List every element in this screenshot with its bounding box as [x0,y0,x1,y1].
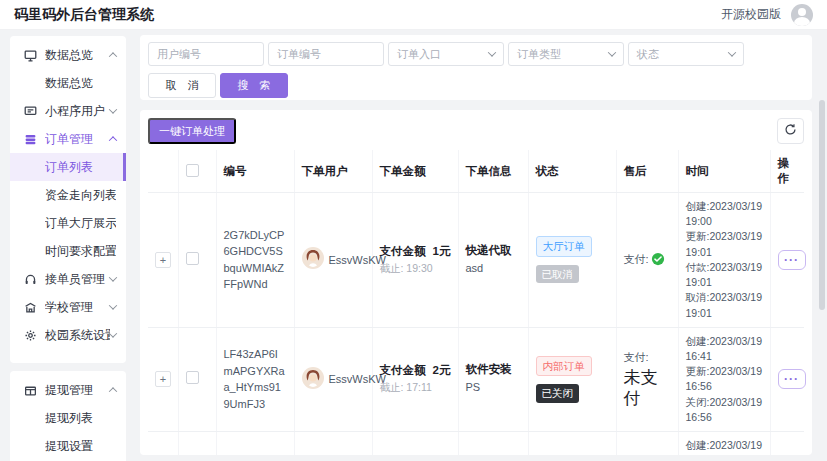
sidebar-item-fund-flow-list[interactable]: 资金走向列表 [10,181,126,209]
refresh-icon [784,123,797,139]
sidebar-item-school-management[interactable]: 学校管理 [10,293,126,321]
sidebar-item-withdraw-management[interactable]: 提现管理 [10,376,126,404]
amount-label: 支付金额 [380,363,426,378]
col-header-info: 下单信息 [458,150,528,193]
chevron-down-icon [109,329,117,337]
sidebar-item-label: 订单列表 [45,159,116,176]
sidebar-item-data-overview[interactable]: 数据总览 [10,41,126,69]
time-line: 创建:2023/03/19 16:41 [686,334,763,364]
user-id-input[interactable] [148,42,264,66]
sidebar-item-label: 学校管理 [45,299,110,316]
sidebar-item-label: 资金走向列表 [45,187,116,204]
table-row: + 2G7kDLyCP6GHDCV5SbquWMIAkZFFpWNd EssvW… [148,193,804,328]
order-id: ZjWyDHRDaJDeshQL8K0_zQoIUKK6SAGG [224,451,287,455]
chevron-down-icon [488,48,496,56]
order-id-input[interactable] [268,42,384,66]
order-info-title: 快递代取 [466,243,521,258]
sidebar-item-campus-system-settings[interactable]: 校园系统设置 [10,321,126,349]
orders-stack-icon [23,132,37,146]
time-line: 创建:2023/03/19 19:00 [686,199,763,229]
more-actions-button[interactable]: ··· [778,369,806,389]
batch-process-button[interactable]: 一键订单处理 [148,118,236,144]
after-sale-label: 支付: [624,252,649,267]
page-scrollbar-thumb[interactable] [819,100,825,310]
col-header-status: 状态 [528,150,616,193]
status-tag-internal-order: 内部订单 [536,356,592,377]
agent-headset-icon [23,272,37,286]
sidebar-item-withdraw-settings[interactable]: 提现设置 [10,432,126,460]
time-line: 取消:2023/03/19 19:01 [686,290,763,320]
status-select[interactable]: 状态 [628,42,744,66]
col-header-amount: 下单金额 [372,150,458,193]
order-info-desc: asd [466,261,521,277]
order-info-title: 软件安装 [466,362,521,377]
miniprogram-icon [23,104,37,118]
sidebar-item-order-hall-display[interactable]: 订单大厅展示 [10,209,126,237]
order-type-select-placeholder: 订单类型 [517,47,561,62]
sidebar-item-label: 订单大厅展示 [45,215,116,232]
amount-value: 1元 [433,244,451,259]
chevron-down-icon [109,105,117,113]
sidebar-item-withdraw-list[interactable]: 提现列表 [10,404,126,432]
col-header-id: 编号 [216,150,294,193]
col-header-action: 操作 [770,150,804,193]
sidebar-item-label: 校园系统设置 [45,327,110,344]
order-id: LF43zAP6ImAPGYXRaa_HtYms919UmFJ3 [224,346,287,412]
sidebar-main: 数据总览 数据总览 小程序用户 订单管理 订单列表 资金走向列表 订单大厅展示 … [10,36,126,363]
edition-label: 开源校园版 [721,6,781,23]
monitor-icon [23,48,37,62]
select-all-checkbox[interactable] [186,164,199,177]
sidebar-item-miniprogram-users[interactable]: 小程序用户 [10,97,126,125]
order-table-panel: 一键订单处理 编号 下单用户 下单金额 下单信息 状态 售后 时间 操 [140,110,812,455]
sidebar-item-data-overview-sub[interactable]: 数据总览 [10,69,126,97]
order-entry-select[interactable]: 订单入口 [388,42,504,66]
order-entry-select-placeholder: 订单入口 [397,47,441,62]
sidebar-item-time-requirement-config[interactable]: 时间要求配置 [10,237,126,265]
table-row: + LF43zAP6ImAPGYXRaa_HtYms919UmFJ3 EssvW… [148,327,804,431]
chevron-down-icon [109,273,117,281]
time-line: 关闭:2023/03/19 16:56 [686,395,763,425]
sidebar-item-label: 提现设置 [45,438,116,455]
col-header-user: 下单用户 [294,150,372,193]
refresh-button[interactable] [777,118,804,144]
col-header-time: 时间 [678,150,770,193]
search-button[interactable]: 搜 索 [220,73,288,98]
order-type-select[interactable]: 订单类型 [508,42,624,66]
order-times: 创建:2023/03/19 16:41 更新:2023/03/19 16:56 … [686,334,763,425]
user-avatar-icon[interactable] [791,4,813,26]
table-header-row: 编号 下单用户 下单金额 下单信息 状态 售后 时间 操作 [148,150,804,193]
sidebar-item-label: 订单管理 [45,131,110,148]
status-tag-cancelled: 已取消 [536,265,580,284]
app-title: 码里码外后台管理系统 [14,6,154,24]
expand-row-button[interactable]: + [155,252,171,268]
user-avatar-icon [302,247,324,272]
status-tag-hall-order: 大厅订单 [536,236,592,257]
sidebar-item-order-management[interactable]: 订单管理 [10,125,126,153]
top-bar: 码里码外后台管理系统 开源校园版 [0,0,827,30]
user-avatar-icon [302,367,324,392]
chevron-up-icon [109,52,117,60]
cancel-button[interactable]: 取 消 [148,73,216,98]
unpaid-text: 未支付 [624,367,671,410]
chevron-down-icon [109,301,117,309]
row-checkbox[interactable] [186,252,199,265]
school-building-icon [23,300,37,314]
order-user-name: EssvWsKW [329,373,386,385]
more-actions-button[interactable]: ··· [778,250,806,270]
row-checkbox[interactable] [186,371,199,384]
time-line: 创建:2023/03/19 15:59 [686,438,763,455]
order-times: 创建:2023/03/19 15:59 更新:2023/03/19 16:00 … [686,438,763,455]
order-id: 2G7kDLyCP6GHDCV5SbquWMIAkZFFpWNd [224,227,287,293]
sidebar-withdraw: 提现管理 提现列表 提现设置 [10,371,126,461]
time-line: 更新:2023/03/19 16:56 [686,364,763,394]
sidebar-item-label: 提现列表 [45,410,116,427]
sidebar-item-order-list[interactable]: 订单列表 [10,153,126,181]
expand-row-button[interactable]: + [155,371,171,387]
orders-table: 编号 下单用户 下单金额 下单信息 状态 售后 时间 操作 + 2G7kDLyC… [148,150,804,455]
amount-value: 2元 [433,363,451,378]
status-tag-closed: 已关闭 [536,384,580,403]
page-scrollbar-track[interactable] [818,30,827,461]
sidebar-item-agent-management[interactable]: 接单员管理 [10,265,126,293]
sidebar-item-label: 提现管理 [45,382,110,399]
table-row: + ZjWyDHRDaJDeshQL8K0_zQoIUKK6SAGG EssvW… [148,432,804,455]
